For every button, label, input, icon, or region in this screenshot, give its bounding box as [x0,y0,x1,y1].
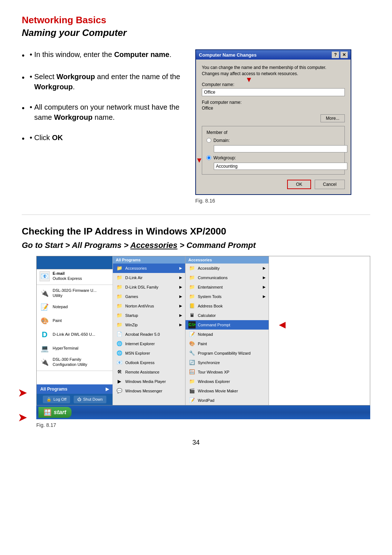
start-windows-icon: 🪟 [44,408,52,416]
systemtools-icon: 📁 [188,293,196,300]
games-label: Games [125,294,138,299]
left-program-notepad[interactable]: 📝 Notepad [37,300,113,314]
bullet-dot4: • [30,132,34,143]
startup-label: Startup [125,313,138,318]
right-item-addressbook[interactable]: 📒 Address Book [185,301,269,311]
computer-name-input[interactable] [202,88,345,96]
logoff-button[interactable]: 🔒 Log Off [43,396,70,403]
cancel-button[interactable]: Cancel [315,180,345,189]
accessories-label: Accessories [125,266,147,270]
right-item-tourxp[interactable]: 🪟 Tour Windows XP [185,367,269,377]
right-item-winexplorer[interactable]: 📁 Windows Explorer [185,377,269,386]
ie-icon: 🌐 [116,340,123,347]
email-name: E-mail [53,271,82,276]
addressbook-icon: 📒 [188,302,196,310]
mid-item-ie[interactable]: 🌐 Internet Explorer [113,339,185,348]
startup-arrow: ▶ [179,313,182,317]
right-panel-header: Accessories [185,256,269,264]
right-item-accessibility[interactable]: 📁 Accessibility ▶ [185,264,269,273]
dialog-description: You can change the name and the membersh… [202,65,345,77]
mid-item-norton[interactable]: 📁 Norton AntiVirus ▶ [113,301,185,311]
accessibility-label: Accessibility [198,266,220,270]
section2-subtitle: Go to Start > All Programs > Accessories… [22,241,370,250]
right-item-cmdprompt[interactable]: C:\> Command Prompt ◀ [185,320,269,330]
dlink-dsl-arrow: ▶ [179,285,182,289]
mid-item-outlook[interactable]: 📧 Outlook Express [113,358,185,367]
shutdown-label: Shut Down [83,397,103,401]
bullet-2-text: Select Workgroup and enter the name of t… [34,72,181,92]
section1-subtitle: Naming your Computer [22,27,370,38]
mid-item-mediaplayer[interactable]: ▶ Windows Media Player [113,377,185,386]
mid-item-startup[interactable]: 📁 Startup ▶ [113,311,185,320]
left-panel-top [37,256,113,269]
mid-item-dlink-air[interactable]: 📁 D-Link Air ▶ [113,273,185,282]
domain-radio[interactable] [207,138,211,143]
ok-button[interactable]: OK [287,180,311,189]
startup-folder-icon: 📁 [116,312,123,319]
games-folder-icon: 📁 [116,293,123,300]
dlink-text: D-Link Air DWL-650 U... [53,332,95,337]
left-program-dsl300[interactable]: 🔌 DSL-300 Family Configuration Utility [37,355,113,369]
mid-item-msn[interactable]: 🌐 MSN Explorer [113,348,185,358]
right-item-paint2[interactable]: 🎨 Paint [185,339,269,348]
left-program-email[interactable]: 📧 E-mail Outlook Express [37,269,113,283]
cmdprompt-label: Command Prompt [198,323,230,327]
workgroup-radio[interactable] [207,155,211,160]
all-programs-button[interactable]: All Programs ▶ [37,384,113,394]
mid-item-games[interactable]: 📁 Games ▶ [113,292,185,301]
right-item-entertainment[interactable]: 📁 Entertainment ▶ [185,282,269,292]
fig-caption-2: Fig. 8.17 [36,422,370,428]
right-item-sync[interactable]: 🔄 Synchronize [185,358,269,367]
mid-item-messenger[interactable]: 💬 Windows Messenger [113,386,185,396]
logoff-icon: 🔒 [46,397,52,402]
notepad-name: Notepad [53,305,68,309]
member-of-label: Member of [207,130,340,135]
left-program-paint[interactable]: 🎨 Paint [37,314,113,328]
winexplorer-label: Windows Explorer [198,379,230,384]
full-computer-name-label: Full computer name: [202,100,345,105]
left-program-hyperterminal[interactable]: 💻 HyperTerminal [37,342,113,355]
start-button[interactable]: 🪟 start [38,407,72,418]
right-item-moviemaker[interactable]: 🎬 Windows Movie Maker [185,386,269,396]
mediaplayer-label: Windows Media Player [125,379,166,384]
more-button[interactable]: More... [320,114,345,122]
help-button[interactable]: ? [332,52,339,58]
close-button[interactable]: ✕ [340,52,348,58]
workgroup-input[interactable] [214,163,347,170]
subtitle-part2: > Command Prompt [177,241,256,250]
right-item-progcompat[interactable]: 🔧 Program Compatibility Wizard [185,348,269,358]
right-item-calculator[interactable]: 🖩 Calculator [185,311,269,320]
right-item-systemtools[interactable]: 📁 System Tools ▶ [185,292,269,301]
outlook-label: Outlook Express [125,360,155,365]
mid-item-accessories[interactable]: 📁 Accessories ▶ [113,264,185,273]
domain-label: Domain: [213,138,230,143]
winzip-arrow: ▶ [179,323,182,327]
shutdown-button[interactable]: ⏻ Shut Down [74,396,106,403]
bullet-list: • In this window, enter the Computer nam… [22,49,181,204]
mediaplayer-icon: ▶ [116,378,123,385]
communications-label: Communications [198,276,228,280]
dsl300-text: DSL-300 Family Configuration Utility [53,357,87,367]
mid-item-acrobat[interactable]: 📄 Acrobat Reader 5.0 [113,330,185,339]
dsl300-sub: Configuration Utility [53,362,87,367]
mid-item-dlink-dsl[interactable]: 📁 D-Link DSL Family ▶ [113,282,185,292]
wordpad-label: WordPad [198,398,215,403]
right-item-communications[interactable]: 📁 Communications ▶ [185,273,269,282]
right-item-wordpad[interactable]: 📝 WordPad [185,396,269,405]
moviemaker-icon: 🎬 [188,387,196,395]
msn-icon: 🌐 [116,350,123,357]
left-program-dsl302[interactable]: 🔌 DSL-302G Firmware U... Utility [37,286,113,300]
bullet-3: • All computers on your network must hav… [22,102,181,122]
left-program-dlink[interactable]: D D-Link Air DWL-650 U... [37,328,113,342]
domain-input[interactable] [214,145,347,152]
progcompat-label: Program Compatibility Wizard [198,351,250,355]
mid-item-remote[interactable]: 🛠 Remote Assistance [113,367,185,377]
right-item-notepad2[interactable]: 📝 Notepad [185,330,269,339]
bottom-bar: 🔒 Log Off ⏻ Shut Down [37,394,113,405]
dlink-dsl-folder-icon: 📁 [116,283,123,291]
full-computer-name-value: Office [202,106,345,111]
sync-label: Synchronize [198,360,220,365]
member-of-group: Member of Domain: ▼ Workgroup: [202,126,345,175]
mid-item-winzip[interactable]: 📁 WinZip ▶ [113,320,185,330]
left-panel-divider1 [37,285,113,285]
